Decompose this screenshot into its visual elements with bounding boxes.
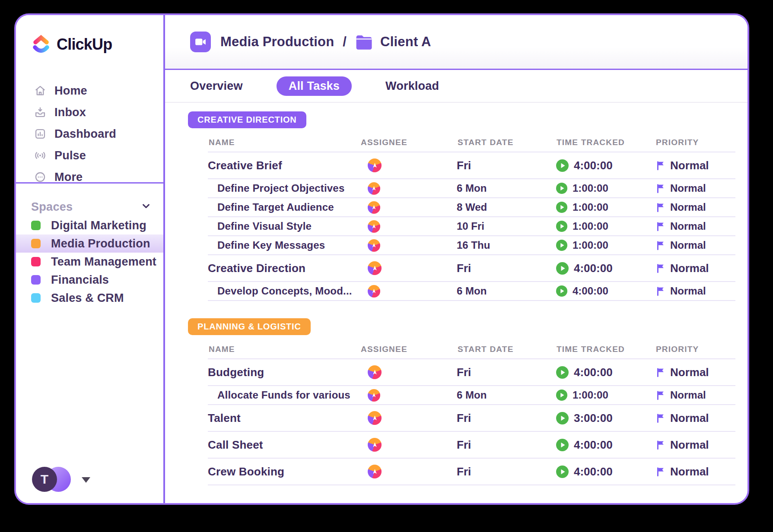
task-start-date: 10 Fri xyxy=(457,220,556,232)
assignee-avatar[interactable] xyxy=(368,182,380,195)
column-header-assignee: ASSIGNEE xyxy=(360,345,457,354)
task-start-date: Fri xyxy=(457,366,556,379)
play-button[interactable] xyxy=(556,438,569,452)
task-row-allocate-funds-for-various[interactable]: Allocate Funds for various 6 Mon 1:00:00… xyxy=(208,386,735,405)
play-button[interactable] xyxy=(556,412,569,425)
main-area: Media Production / Client A OverviewAll … xyxy=(165,15,748,503)
assignee-avatar[interactable] xyxy=(368,411,382,425)
spaces-header[interactable]: Spaces xyxy=(31,200,152,214)
time-tracked-value: 1:00:00 xyxy=(573,220,608,232)
space-color-swatch xyxy=(31,239,41,248)
task-name: Allocate Funds for various xyxy=(208,389,360,401)
breadcrumb-separator: / xyxy=(341,34,348,50)
task-row-develop-concepts-mood[interactable]: Develop Concepts, Mood... 6 Mon 4:00:00 … xyxy=(208,282,735,301)
play-button[interactable] xyxy=(556,285,568,297)
chevron-down-icon[interactable] xyxy=(140,200,152,214)
sidebar-space-digital-marketing[interactable]: Digital Marketing xyxy=(16,216,163,234)
priority-value: Normal xyxy=(670,465,709,478)
task-row-define-target-audience[interactable]: Define Target Audience 8 Wed 1:00:00 Nor… xyxy=(208,198,735,217)
play-button[interactable] xyxy=(556,182,568,194)
play-button[interactable] xyxy=(556,262,569,275)
sidebar-space-financials[interactable]: Financials xyxy=(16,271,163,289)
sidebar-item-dashboard[interactable]: Dashboard xyxy=(16,123,163,145)
sidebar-item-pulse[interactable]: Pulse xyxy=(16,145,163,166)
assignee-avatar[interactable] xyxy=(368,389,380,402)
app-window: ClickUp Home Inbox Dashboard Pulse More … xyxy=(14,13,749,505)
priority-value: Normal xyxy=(670,182,706,194)
task-row-define-visual-style[interactable]: Define Visual Style 10 Fri 1:00:00 Norma… xyxy=(208,217,735,236)
time-tracked-value: 4:00:00 xyxy=(574,465,613,478)
assignee-avatar[interactable] xyxy=(368,365,382,379)
play-button[interactable] xyxy=(556,201,568,213)
assignee-avatar[interactable] xyxy=(368,261,382,275)
task-row-creative-direction[interactable]: Creative Direction Fri 4:00:00 Normal xyxy=(208,255,735,282)
sidebar-space-sales-crm[interactable]: Sales & CRM xyxy=(16,289,163,307)
tab-all-tasks[interactable]: All Tasks xyxy=(277,76,352,96)
task-row-define-key-messages[interactable]: Define Key Messages 16 Thu 1:00:00 Norma… xyxy=(208,236,735,255)
task-section-planning-logistic: PLANNING & LOGISTIC NAMEASSIGNEESTART DA… xyxy=(188,318,748,485)
task-row-call-sheet[interactable]: Call Sheet Fri 4:00:00 Normal xyxy=(208,432,735,459)
task-name: Crew Booking xyxy=(208,465,360,478)
assignee-avatar[interactable] xyxy=(368,438,382,452)
task-name: Call Sheet xyxy=(208,438,360,452)
assignee-avatar[interactable] xyxy=(368,239,380,252)
priority-value: Normal xyxy=(670,389,706,401)
assignee-avatar[interactable] xyxy=(368,220,380,233)
sidebar-space-media-production[interactable]: Media Production xyxy=(16,234,163,253)
task-start-date: 6 Mon xyxy=(457,182,556,194)
time-tracked-value: 1:00:00 xyxy=(573,239,608,251)
video-camera-icon[interactable] xyxy=(190,32,211,52)
task-name: Define Project Objectives xyxy=(208,182,360,194)
task-start-date: Fri xyxy=(457,438,556,452)
time-tracked-value: 4:00:00 xyxy=(573,285,608,297)
breadcrumb-folder[interactable]: Client A xyxy=(380,34,431,50)
task-row-define-project-objectives[interactable]: Define Project Objectives 6 Mon 1:00:00 … xyxy=(208,179,735,198)
task-row-budgeting[interactable]: Budgeting Fri 4:00:00 Normal xyxy=(208,359,735,386)
priority-flag-icon xyxy=(655,263,667,274)
clickup-logo-icon xyxy=(31,33,51,56)
play-button[interactable] xyxy=(556,389,568,401)
tab-workload[interactable]: Workload xyxy=(385,79,439,93)
assignee-avatar[interactable] xyxy=(368,158,382,172)
dashboard-icon xyxy=(34,128,46,140)
section-badge[interactable]: CREATIVE DIRECTION xyxy=(188,111,306,128)
section-badge[interactable]: PLANNING & LOGISTIC xyxy=(188,318,311,335)
inbox-icon xyxy=(34,106,46,118)
tab-overview[interactable]: Overview xyxy=(190,79,243,93)
user-menu-caret-icon[interactable] xyxy=(82,477,90,483)
priority-flag-icon xyxy=(655,285,667,297)
user-avatar[interactable]: T xyxy=(32,467,57,492)
spaces-list: Digital Marketing Media Production Team … xyxy=(16,216,163,307)
column-header-start-date: START DATE xyxy=(457,138,556,147)
sidebar-nav: Home Inbox Dashboard Pulse More xyxy=(16,80,163,188)
priority-flag-icon xyxy=(655,240,667,251)
task-start-date: Fri xyxy=(457,465,556,478)
assignee-avatar[interactable] xyxy=(368,465,382,478)
assignee-avatar[interactable] xyxy=(368,201,380,214)
sidebar-item-home[interactable]: Home xyxy=(16,80,163,101)
assignee-avatar[interactable] xyxy=(368,285,380,298)
task-name: Creative Direction xyxy=(208,262,360,275)
space-color-swatch xyxy=(31,221,41,230)
breadcrumb: Media Production / Client A xyxy=(220,34,431,50)
play-button[interactable] xyxy=(556,220,568,232)
sidebar-space-team-management[interactable]: Team Management xyxy=(16,253,163,271)
sidebar-item-more[interactable]: More xyxy=(16,166,163,188)
clickup-logo: ClickUp xyxy=(31,33,112,56)
task-start-date: Fri xyxy=(457,159,556,172)
priority-flag-icon xyxy=(655,160,667,171)
task-row-talent[interactable]: Talent Fri 3:00:00 Normal xyxy=(208,405,735,432)
play-button[interactable] xyxy=(556,465,569,478)
task-name: Budgeting xyxy=(208,366,360,379)
priority-value: Normal xyxy=(670,366,709,379)
priority-value: Normal xyxy=(670,438,709,452)
sidebar-item-inbox[interactable]: Inbox xyxy=(16,101,163,123)
play-button[interactable] xyxy=(556,366,569,379)
task-row-crew-booking[interactable]: Crew Booking Fri 4:00:00 Normal xyxy=(208,459,735,485)
task-name: Define Target Audience xyxy=(208,201,360,213)
play-button[interactable] xyxy=(556,159,569,172)
play-button[interactable] xyxy=(556,239,568,251)
task-row-creative-brief[interactable]: Creative Brief Fri 4:00:00 Normal xyxy=(208,152,735,179)
table-header-row: NAMEASSIGNEESTART DATETIME TRACKEDPRIORI… xyxy=(208,344,735,359)
breadcrumb-project[interactable]: Media Production xyxy=(220,34,334,50)
